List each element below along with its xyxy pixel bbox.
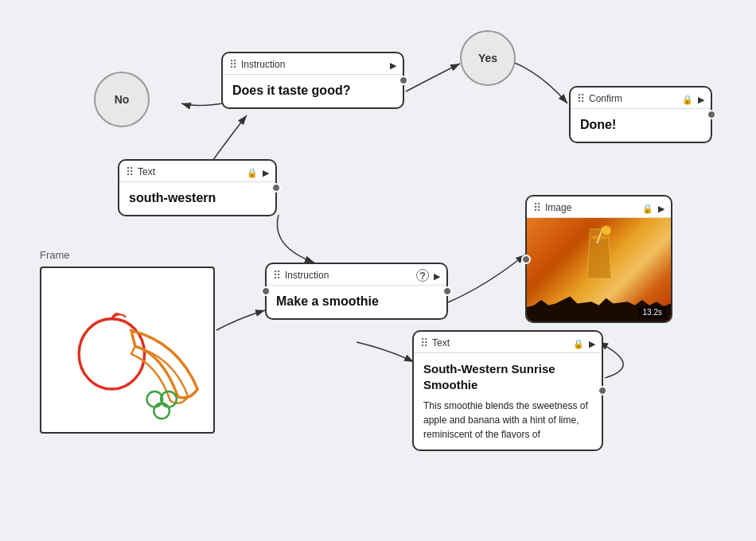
question-icon-2[interactable]: ?	[416, 269, 429, 282]
svg-point-7	[601, 225, 610, 235]
image-node-body: 13.2s	[527, 218, 671, 321]
confirm-node-text: Done!	[580, 117, 701, 134]
conn-dot-text1[interactable]	[271, 183, 281, 193]
instruction-node-1-body: Does it taste good?	[223, 75, 403, 107]
image-node[interactable]: Image 13.2s	[525, 195, 672, 323]
play-button-1[interactable]	[390, 59, 396, 71]
image-node-title: Image	[545, 202, 639, 213]
play-button-text2[interactable]	[589, 337, 595, 349]
svg-point-8	[590, 235, 607, 239]
confirm-node-title: Confirm	[589, 93, 679, 104]
text-content-title: South-Western Sunrise Smoothie	[423, 361, 592, 392]
text-node-1-title: Text	[138, 166, 244, 177]
drag-icon-confirm	[577, 92, 586, 105]
yes-label: Yes	[478, 52, 497, 64]
play-button-2[interactable]	[434, 270, 440, 282]
conn-dot-left-2[interactable]	[261, 286, 271, 296]
no-label: No	[115, 93, 130, 106]
text-node-1[interactable]: Text south-western	[118, 159, 277, 216]
text-content-node[interactable]: Text South-Western Sunrise Smoothie This…	[412, 330, 603, 451]
text-content-node-title: Text	[432, 337, 570, 348]
text-node-1-header: Text	[119, 161, 275, 182]
conn-dot-left-image[interactable]	[521, 255, 531, 264]
conn-dot-right-1[interactable]	[399, 76, 408, 85]
play-button-text1[interactable]	[263, 166, 269, 178]
text-node-1-text: south-western	[129, 190, 266, 207]
svg-point-5	[154, 403, 170, 419]
drag-icon-text2	[420, 337, 429, 349]
text-content-node-body: South-Western Sunrise Smoothie This smoo…	[414, 353, 602, 450]
image-placeholder: 13.2s	[527, 218, 671, 321]
instruction-node-1-header: Instruction	[223, 53, 403, 75]
play-button-image[interactable]	[658, 202, 664, 214]
frame-node[interactable]	[40, 267, 215, 434]
instruction-node-1-text: Does it taste good?	[232, 83, 393, 99]
frame-svg	[41, 268, 213, 432]
text-node-1-actions	[247, 166, 269, 178]
text-content-body: This smoothie blends the sweetness of ap…	[423, 399, 592, 442]
lock-icon-image	[642, 202, 653, 214]
instruction-node-2-actions: ?	[416, 269, 440, 282]
lock-icon-text1	[247, 166, 258, 178]
instruction-node-2[interactable]: Instruction ? Make a smoothie	[265, 263, 448, 320]
instruction-node-2-title: Instruction	[285, 270, 413, 281]
confirm-node[interactable]: Confirm Done!	[569, 86, 712, 143]
play-button-confirm[interactable]	[698, 93, 704, 105]
instruction-node-1-title: Instruction	[241, 59, 387, 70]
instruction-node-2-header: Instruction ?	[267, 264, 446, 286]
drag-icon-image	[533, 201, 542, 214]
confirm-node-body: Done!	[571, 109, 711, 142]
drag-icon-text1	[126, 165, 134, 178]
confirm-node-actions	[682, 93, 704, 105]
drag-icon-2	[273, 269, 282, 282]
svg-point-2	[79, 319, 144, 389]
instruction-node-1-actions	[390, 59, 396, 71]
text-node-1-body: south-western	[119, 182, 275, 215]
conn-dot-confirm[interactable]	[707, 110, 716, 119]
drink-glass-svg	[581, 222, 617, 286]
frame-label: Frame	[40, 249, 70, 261]
image-node-actions	[642, 202, 664, 214]
text-content-node-actions	[573, 337, 595, 349]
drag-icon-1	[229, 58, 238, 71]
text-content-node-header: Text	[414, 332, 602, 353]
lock-icon-text2	[573, 337, 584, 349]
instruction-node-2-text: Make a smoothie	[276, 294, 437, 310]
confirm-node-header: Confirm	[571, 88, 711, 109]
canvas: Yes No Instruction Does it taste good? C…	[0, 0, 756, 541]
lock-icon-confirm	[682, 93, 693, 105]
image-node-header: Image	[527, 197, 671, 218]
conn-dot-text2[interactable]	[598, 386, 607, 395]
no-circle[interactable]: No	[94, 72, 150, 127]
image-timer: 13.2s	[639, 306, 666, 318]
instruction-node-2-body: Make a smoothie	[267, 286, 446, 318]
instruction-node-1[interactable]: Instruction Does it taste good?	[221, 52, 404, 109]
conn-dot-right-2[interactable]	[442, 286, 452, 296]
yes-circle[interactable]: Yes	[460, 30, 516, 86]
